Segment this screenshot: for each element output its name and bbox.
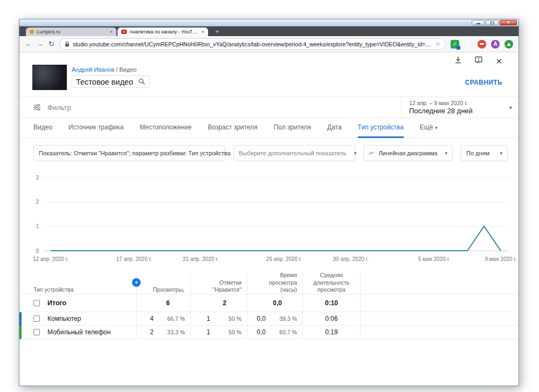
total-watch-time: 0,0: [273, 299, 282, 307]
table-total-row: Итого 6 2 0,0 0:10: [19, 294, 519, 312]
row-views-pct: 33,3 %: [154, 329, 185, 335]
date-range-picker[interactable]: 12 апр. – 9 мая 2020 г. Последние 28 дне…: [401, 97, 519, 118]
reload-button[interactable]: ↻: [49, 40, 54, 47]
back-button[interactable]: ←: [25, 40, 32, 47]
granularity-select[interactable]: По дням ▾: [461, 145, 508, 161]
add-metric-button[interactable]: +: [132, 278, 141, 287]
lock-icon: [65, 41, 70, 47]
youtube-studio-analytics-page: ✕ Андрей Иванов / Видео Тестовое видео С…: [19, 52, 519, 385]
svg-text:5 мая 2020 г.: 5 мая 2020 г.: [418, 256, 450, 262]
extension-adblock-icon[interactable]: [478, 40, 486, 49]
analytics-tabs: Видео Источник трафика Местоположение Во…: [19, 118, 519, 138]
breadcrumb: Андрей Иванов / Видео: [72, 66, 150, 73]
address-bar[interactable]: studio.youtube.com/channel/UCymREPCpHNoh…: [59, 38, 446, 50]
extension-green-icon[interactable]: [505, 40, 513, 49]
line-chart-icon: [369, 150, 374, 156]
browser-tab-lumpics[interactable]: Lumpics.ru ×: [26, 27, 116, 36]
tab-geography[interactable]: Местоположение: [140, 118, 191, 138]
browser-window: ✕ Lumpics.ru × Аналитика по каналу - You…: [19, 19, 519, 386]
channel-link[interactable]: Андрей Иванов: [72, 66, 114, 73]
chevron-down-icon: ▾: [441, 150, 447, 156]
filter-icon: [33, 104, 41, 111]
total-views: 6: [166, 299, 170, 307]
row-likes-pct: 50 %: [210, 315, 241, 322]
svg-text:21 апр. 2020 г.: 21 апр. 2020 г.: [183, 256, 218, 262]
filter-input[interactable]: Фильтр: [19, 97, 401, 118]
row-likes-pct: 50 %: [210, 329, 241, 335]
chevron-down-icon: ▾: [435, 125, 438, 130]
tab-title: Lumpics.ru: [37, 29, 107, 35]
row-watch-time: 0,0: [257, 328, 266, 336]
table-row-computer: Компьютер 466,7 % 150 % 0,039,3 % 0:06: [19, 312, 519, 326]
video-picker[interactable]: Тестовое видео: [72, 75, 150, 88]
forward-button[interactable]: →: [37, 40, 44, 47]
filter-placeholder: Фильтр: [47, 104, 71, 112]
maximize-button[interactable]: [486, 20, 499, 25]
minimize-icon: [476, 23, 480, 24]
extension-camera-icon[interactable]: [464, 40, 473, 49]
close-tab-icon[interactable]: ×: [110, 30, 113, 35]
row-checkbox[interactable]: [33, 315, 40, 322]
table-header-row: Тип устройства + Просмотры ↓ Отметки "Нр…: [19, 272, 519, 294]
close-tab-icon[interactable]: ×: [202, 30, 204, 35]
breakdown-table: Тип устройства + Просмотры ↓ Отметки "Нр…: [19, 272, 519, 339]
tab-viewer-age[interactable]: Возраст зрителя: [208, 118, 257, 138]
video-title: Тестовое видео: [76, 78, 133, 86]
maximize-icon: [490, 22, 494, 24]
tab-device-type[interactable]: Тип устройства: [358, 118, 404, 138]
row-watch-time-pct: 39,3 %: [266, 315, 297, 322]
extension-check-icon[interactable]: ✓: [451, 40, 459, 49]
breadcrumb-section: Видео: [119, 66, 136, 73]
minimize-button[interactable]: [472, 20, 485, 25]
row-views: 4: [150, 315, 154, 322]
close-analytics-button[interactable]: ✕: [495, 57, 502, 65]
metric-select[interactable]: Показатель: Отметки "Нравится"; параметр…: [33, 145, 225, 161]
close-window-button[interactable]: ✕: [500, 20, 517, 25]
date-range-text: 12 апр. – 9 мая 2020 г.: [409, 100, 511, 106]
secondary-metric-select[interactable]: Выберите дополнительный показатель ▾: [233, 145, 355, 161]
tab-title: Аналитика по каналу - YouTube: [129, 29, 199, 35]
row-label: Компьютер: [47, 315, 81, 322]
row-checkbox[interactable]: [33, 329, 40, 335]
row-watch-time: 0,0: [257, 315, 266, 322]
tab-video[interactable]: Видео: [33, 118, 52, 138]
secondary-metric-placeholder: Выберите дополнительный показатель: [239, 150, 347, 156]
avg-duration-column-header[interactable]: Средняя длительность просмотра: [303, 272, 361, 298]
browser-tab-youtube-analytics[interactable]: Аналитика по каналу - YouTube ×: [118, 27, 208, 36]
table-row-mobile: Мобильный телефон 233,3 % 150 % 0,060,7 …: [19, 326, 519, 339]
tab-viewer-gender[interactable]: Пол зрителя: [274, 118, 311, 138]
tab-more[interactable]: Ещё▾: [420, 118, 438, 138]
window-titlebar[interactable]: ✕: [19, 19, 519, 26]
profile-avatar[interactable]: A: [491, 40, 500, 49]
total-label: Итого: [47, 299, 66, 307]
svg-text:26 апр. 2020 г.: 26 апр. 2020 г.: [266, 256, 302, 262]
tab-date[interactable]: Дата: [327, 118, 342, 138]
feedback-button[interactable]: [475, 56, 482, 66]
svg-text:30 апр. 2020 г.: 30 апр. 2020 г.: [333, 256, 369, 262]
new-tab-button[interactable]: +: [212, 28, 222, 36]
svg-text:12 апр. 2020 г.: 12 апр. 2020 г.: [33, 256, 68, 262]
row-label: Мобильный телефон: [47, 328, 110, 336]
tab-more-label: Ещё: [420, 123, 433, 131]
svg-text:0: 0: [36, 248, 39, 254]
granularity-label: По дням: [466, 150, 489, 156]
likes-column-header[interactable]: Отметки "Нравится": [191, 272, 247, 298]
watch-time-column-header[interactable]: Время просмотра (часы): [247, 272, 303, 298]
chart-type-select[interactable]: Линейная диаграмма ▾: [363, 145, 453, 161]
svg-text:17 апр. 2020 г.: 17 апр. 2020 г.: [116, 256, 152, 262]
search-icon: [139, 78, 146, 85]
total-checkbox[interactable]: [33, 300, 40, 306]
bookmark-star-icon[interactable]: ☆: [435, 40, 440, 47]
sort-desc-icon: ↓: [182, 286, 185, 294]
download-button[interactable]: [454, 56, 462, 66]
chart-type-label: Линейная диаграмма: [378, 150, 437, 156]
analytics-line-chart: 012312 апр. 2020 г.17 апр. 2020 г.21 апр…: [19, 168, 519, 268]
series-color-strip: [19, 326, 22, 339]
chart-canvas: 012312 апр. 2020 г.17 апр. 2020 г.21 апр…: [19, 168, 519, 266]
row-likes: 1: [206, 315, 210, 322]
views-column-header[interactable]: Просмотры ↓: [137, 272, 191, 298]
row-views-pct: 66,7 %: [154, 315, 185, 322]
tab-traffic-source[interactable]: Источник трафика: [68, 118, 123, 138]
compare-button[interactable]: СРАВНИТЬ: [465, 79, 502, 86]
video-thumbnail: [32, 65, 67, 90]
